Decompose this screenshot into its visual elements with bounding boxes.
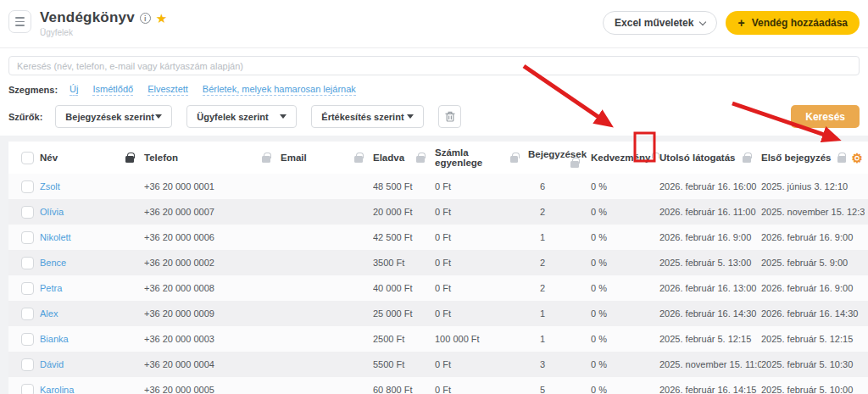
column-header-entries[interactable]: Bejegyzések: [528, 142, 591, 174]
lock-icon[interactable]: [510, 156, 518, 163]
first-entry-cell: 2025. február 5. 10:00: [761, 385, 865, 394]
balance-cell: 0 Ft: [435, 258, 528, 268]
table-row[interactable]: Karolina +36 20 000 0005 60 800 Ft 0 Ft …: [8, 377, 868, 394]
lock-icon[interactable]: [570, 161, 579, 168]
table-row[interactable]: Bence +36 20 000 0002 3500 Ft 0 Ft 2 0 %…: [8, 250, 868, 275]
column-header-email-label: Email: [281, 153, 307, 163]
table-header-row: Név Telefon Email Eladva Számla egyenleg…: [8, 142, 868, 174]
customer-name-link[interactable]: Zsolt: [40, 181, 60, 191]
customer-name-link[interactable]: Dávid: [40, 359, 64, 369]
entries-cell: 1: [528, 308, 591, 319]
clear-filters-button[interactable]: [438, 105, 461, 128]
sold-cell: 2500 Ft: [373, 334, 435, 344]
table-row[interactable]: Olívia +36 20 000 0007 20 000 Ft 0 Ft 2 …: [8, 199, 868, 225]
column-header-discount-label: Kedvezmény: [591, 153, 650, 163]
excel-operations-button[interactable]: Excel műveletek: [603, 11, 717, 35]
favorite-star-icon[interactable]: ★: [156, 12, 167, 25]
segment-link-new[interactable]: Új: [70, 84, 78, 96]
discount-cell: 0 %: [591, 207, 659, 217]
lock-icon[interactable]: [743, 156, 751, 163]
caret-down-icon: [280, 114, 287, 119]
first-entry-cell: 2025. február 5. 12:15: [761, 334, 865, 344]
row-checkbox[interactable]: [21, 231, 34, 244]
lock-icon[interactable]: [262, 156, 270, 163]
balance-cell: 0 Ft: [435, 207, 528, 217]
plus-icon: +: [737, 17, 744, 29]
table-row[interactable]: Alex +36 20 000 0009 25 000 Ft 0 Ft 1 0 …: [8, 301, 868, 326]
select-all-checkbox[interactable]: [21, 152, 34, 164]
column-header-name-label: Név: [40, 153, 58, 163]
balance-cell: 0 Ft: [435, 385, 528, 394]
column-header-sold-label: Eladva: [373, 153, 404, 163]
excel-operations-label: Excel műveletek: [615, 17, 693, 29]
customer-name-link[interactable]: Alex: [40, 308, 58, 319]
search-row: [0, 48, 868, 75]
column-header-discount[interactable]: Kedvezmény: [591, 142, 659, 174]
trash-icon: [445, 111, 455, 122]
customer-name-link[interactable]: Bianka: [40, 334, 69, 344]
customer-name-link[interactable]: Nikolett: [40, 232, 71, 242]
row-checkbox[interactable]: [21, 282, 34, 295]
entries-cell: 2: [528, 283, 591, 293]
entries-cell: 1: [528, 232, 591, 242]
row-checkbox[interactable]: [21, 333, 34, 346]
discount-cell: 0 %: [591, 385, 659, 394]
filters-label: Szűrők:: [8, 112, 42, 122]
caret-down-icon: [407, 114, 414, 119]
customer-name-link[interactable]: Olívia: [40, 207, 64, 217]
filter-dropdown-customers[interactable]: Ügyfelek szerint: [186, 105, 297, 128]
table-row[interactable]: Zsolt +36 20 000 0001 48 500 Ft 0 Ft 6 0…: [8, 174, 868, 199]
lock-icon[interactable]: [354, 156, 363, 163]
first-entry-cell: 2026. február 16. 9:00: [761, 232, 865, 242]
search-input[interactable]: [8, 56, 860, 75]
segments-row: Szegmens: Új Ismétlődő Elvesztett Bérlet…: [0, 75, 868, 96]
row-checkbox[interactable]: [21, 308, 34, 320]
customer-name-link[interactable]: Petra: [40, 283, 62, 293]
column-header-last-visit[interactable]: Utolsó látogatás: [659, 142, 761, 174]
phone-cell: +36 20 000 0001: [144, 181, 281, 191]
first-entry-cell: 2025. február 5. 9:00: [761, 258, 865, 268]
column-header-first-entry[interactable]: Első bejegyzés ⚙: [761, 142, 865, 174]
table-row[interactable]: Petra +36 20 000 0008 40 000 Ft 0 Ft 2 0…: [8, 275, 868, 301]
table-row[interactable]: Bianka +36 20 000 0003 2500 Ft 100 000 F…: [8, 326, 868, 352]
column-header-phone[interactable]: Telefon: [144, 142, 281, 174]
column-header-name[interactable]: Név: [40, 142, 144, 174]
column-header-first-entry-label: Első bejegyzés: [761, 153, 831, 163]
discount-cell: 0 %: [591, 181, 659, 191]
last-visit-cell: 2026. február 16. 11:00: [659, 207, 761, 217]
info-icon[interactable]: i: [140, 13, 151, 24]
first-entry-cell: 2025. február 5. 10:30: [761, 359, 865, 369]
sold-cell: 42 500 Ft: [373, 232, 435, 242]
lock-icon[interactable]: [125, 156, 134, 163]
table-row[interactable]: Dávid +36 20 000 0004 5500 Ft 0 Ft 3 0 %…: [8, 352, 868, 377]
table-row[interactable]: Nikolett +36 20 000 0006 42 500 Ft 0 Ft …: [8, 225, 868, 250]
segment-link-lost[interactable]: Elvesztett: [147, 84, 188, 96]
discount-cell: 0 %: [591, 359, 659, 369]
filter-dropdown-sales[interactable]: Értékesítés szerint: [311, 105, 424, 128]
sold-cell: 20 000 Ft: [373, 207, 435, 217]
row-checkbox[interactable]: [21, 180, 34, 193]
row-checkbox[interactable]: [21, 206, 34, 219]
balance-cell: 0 Ft: [435, 308, 528, 319]
row-checkbox[interactable]: [21, 257, 34, 269]
hamburger-menu-button[interactable]: [8, 10, 31, 33]
customer-name-link[interactable]: Karolina: [40, 385, 74, 394]
add-guest-button[interactable]: + Vendég hozzáadása: [726, 11, 860, 35]
segment-link-recurring[interactable]: Ismétlődő: [92, 84, 133, 96]
column-header-balance[interactable]: Számla egyenlege: [435, 142, 528, 174]
search-button[interactable]: Keresés: [791, 105, 860, 128]
balance-cell: 0 Ft: [435, 232, 528, 242]
row-checkbox[interactable]: [21, 358, 34, 371]
segment-link-expiring-passes[interactable]: Bérletek, melyek hamarosan lejárnak: [203, 84, 356, 96]
first-entry-cell: 2026. február 16. 9:00: [761, 283, 865, 293]
entries-cell: 6: [528, 181, 591, 191]
lock-icon[interactable]: [416, 156, 425, 163]
filter-dropdown-entries[interactable]: Bejegyzések szerint: [55, 105, 172, 128]
column-header-email[interactable]: Email: [281, 142, 373, 174]
settings-gear-icon[interactable]: ⚙: [852, 152, 863, 164]
column-header-sold[interactable]: Eladva: [373, 142, 435, 174]
customer-name-link[interactable]: Bence: [40, 258, 66, 268]
balance-cell: 100 000 Ft: [435, 334, 528, 344]
lock-icon[interactable]: [837, 156, 846, 163]
row-checkbox[interactable]: [21, 384, 34, 394]
